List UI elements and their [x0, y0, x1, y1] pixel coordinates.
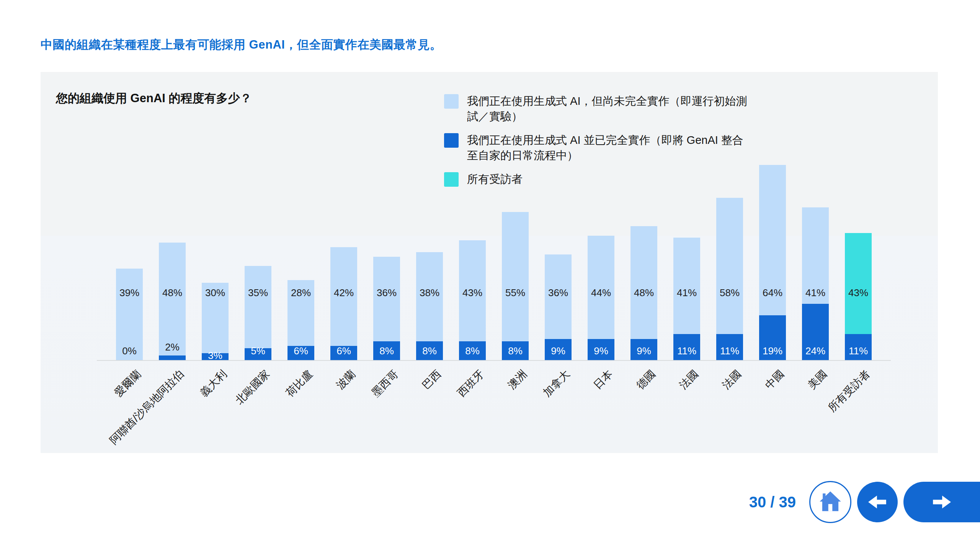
- bar-column: 35%5%北歐國家: [237, 165, 279, 360]
- bar-value-partial-label: 39%: [108, 287, 151, 299]
- bar-column: 58%11%法國: [708, 165, 751, 360]
- bar-value-full-label: 0%: [108, 345, 151, 357]
- bar-value-partial-label: 28%: [279, 287, 322, 299]
- navigation-bar: 30 / 39: [749, 481, 980, 523]
- category-label: 加拿大: [540, 367, 573, 400]
- bar-value-full-label: 8%: [451, 345, 494, 357]
- bar-column: 30%3%義大利: [194, 165, 237, 360]
- page-title: 中國的組織在某種程度上最有可能採用 GenAI，但全面實作在美國最常見。: [41, 37, 442, 53]
- category-label: 所有受訪者: [825, 367, 873, 415]
- bar-segment-partial: [630, 226, 657, 339]
- stacked-bar: [330, 247, 357, 360]
- legend-swatch-dark-blue: [444, 133, 459, 148]
- stacked-bar: [802, 207, 829, 360]
- bar-value-partial-label: 48%: [151, 287, 194, 299]
- bar-value-partial-label: 42%: [322, 287, 365, 299]
- forward-button[interactable]: [903, 482, 980, 522]
- category-label: 德國: [633, 367, 658, 392]
- bar-value-partial-label: 41%: [794, 287, 837, 299]
- home-button[interactable]: [809, 481, 851, 523]
- bar-value-partial-label: 30%: [194, 287, 237, 299]
- bar-value-full-label: 11%: [708, 345, 751, 357]
- bar-segment-partial: [245, 266, 271, 348]
- bar-value-partial-label: 36%: [365, 287, 408, 299]
- chart-plot: 39%0%愛爾蘭48%2%阿聯酋/沙烏地阿拉伯30%3%義大利35%5%北歐國家…: [97, 165, 891, 360]
- bar-value-full-label: 6%: [322, 345, 365, 357]
- stacked-bar: [459, 240, 486, 360]
- category-label: 美國: [805, 367, 830, 392]
- bar-column: 48%2%阿聯酋/沙烏地阿拉伯: [151, 165, 194, 360]
- bar-value-full-label: 2%: [151, 341, 194, 353]
- category-label: 愛爾蘭: [111, 367, 144, 400]
- legend-label: 我們正在使用生成式 AI，但尚未完全實作（即運行初始測試／實驗）: [467, 93, 750, 124]
- bar-value-full-label: 24%: [794, 345, 837, 357]
- back-button[interactable]: [857, 482, 898, 522]
- legend-item-partial: 我們正在使用生成式 AI，但尚未完全實作（即運行初始測試／實驗）: [444, 93, 750, 124]
- bar-column: 55%8%澳洲: [494, 165, 537, 360]
- legend-label: 我們正在使用生成式 AI 並已完全實作（即將 GenAI 整合至自家的日常流程中…: [467, 132, 750, 163]
- bar-segment-all-respondents: [845, 233, 872, 334]
- bar-column: 38%8%巴西: [408, 165, 451, 360]
- bar-column: 41%24%美國: [794, 165, 837, 360]
- bar-column: 28%6%荷比盧: [279, 165, 322, 360]
- bar-value-partial-label: 44%: [580, 287, 622, 299]
- bar-column: 41%11%法國: [665, 165, 708, 360]
- bar-value-partial-label: 64%: [751, 287, 794, 299]
- category-label: 北歐國家: [232, 367, 273, 408]
- bar-value-partial-label: 43%: [837, 287, 880, 299]
- chart-question: 您的組織使用 GenAI 的程度有多少？: [56, 90, 252, 106]
- stacked-bar: [716, 198, 743, 360]
- bar-column: 64%19%中國: [751, 165, 794, 360]
- stacked-bar: [759, 165, 786, 360]
- bar-value-full-label: 8%: [365, 345, 408, 357]
- bar-value-partial-label: 48%: [622, 287, 665, 299]
- bar-value-full-label: 5%: [237, 345, 279, 357]
- category-label: 荷比盧: [283, 367, 316, 400]
- bar-value-partial-label: 58%: [708, 287, 751, 299]
- slide-page: 中國的組織在某種程度上最有可能採用 GenAI，但全面實作在美國最常見。 您的組…: [0, 0, 980, 551]
- bar-column: 44%9%日本: [580, 165, 622, 360]
- bar-value-full-label: 9%: [537, 345, 580, 357]
- bar-value-full-label: 9%: [580, 345, 622, 357]
- bar-value-full-label: 9%: [622, 345, 665, 357]
- bar-value-full-label: 8%: [408, 345, 451, 357]
- bar-value-full-label: 19%: [751, 345, 794, 357]
- bar-value-partial-label: 36%: [537, 287, 580, 299]
- stacked-bar: [416, 252, 443, 360]
- bar-column: 43%8%西班牙: [451, 165, 494, 360]
- stacked-bar: [373, 257, 400, 360]
- bar-segment-full: [159, 355, 186, 360]
- legend-swatch-light-blue: [444, 94, 459, 109]
- bar-column: 36%8%墨西哥: [365, 165, 408, 360]
- page-number: 30 / 39: [749, 494, 796, 511]
- category-label: 阿聯酋/沙烏地阿拉伯: [106, 367, 187, 448]
- bar-column: 43%11%所有受訪者: [837, 165, 880, 360]
- bar-value-partial-label: 41%: [665, 287, 708, 299]
- category-label: 西班牙: [454, 367, 487, 400]
- bar-value-partial-label: 43%: [451, 287, 494, 299]
- category-label: 澳洲: [505, 367, 530, 392]
- bar-segment-partial: [673, 238, 700, 334]
- category-label: 墨西哥: [369, 367, 402, 400]
- category-label: 義大利: [197, 367, 230, 400]
- legend-item-full: 我們正在使用生成式 AI 並已完全實作（即將 GenAI 整合至自家的日常流程中…: [444, 132, 750, 163]
- category-label: 波蘭: [333, 367, 358, 392]
- arrow-right-icon: [930, 491, 953, 514]
- category-label: 日本: [590, 367, 616, 392]
- category-label: 巴西: [419, 367, 444, 392]
- bar-segment-partial: [716, 198, 743, 334]
- bar-column: 42%6%波蘭: [322, 165, 365, 360]
- bar-value-full-label: 6%: [279, 345, 322, 357]
- bar-segment-partial: [502, 212, 529, 341]
- home-icon: [818, 489, 843, 515]
- category-label: 法國: [676, 367, 701, 392]
- bar-value-full-label: 8%: [494, 345, 537, 357]
- bar-segment-partial: [159, 243, 186, 355]
- stacked-bar: [545, 254, 572, 360]
- bar-value-full-label: 11%: [665, 345, 708, 357]
- bar-value-full-label: 11%: [837, 345, 880, 357]
- bar-value-partial-label: 38%: [408, 287, 451, 299]
- category-label: 中國: [762, 367, 787, 392]
- category-label: 法國: [719, 367, 744, 392]
- bar-column: 36%9%加拿大: [537, 165, 580, 360]
